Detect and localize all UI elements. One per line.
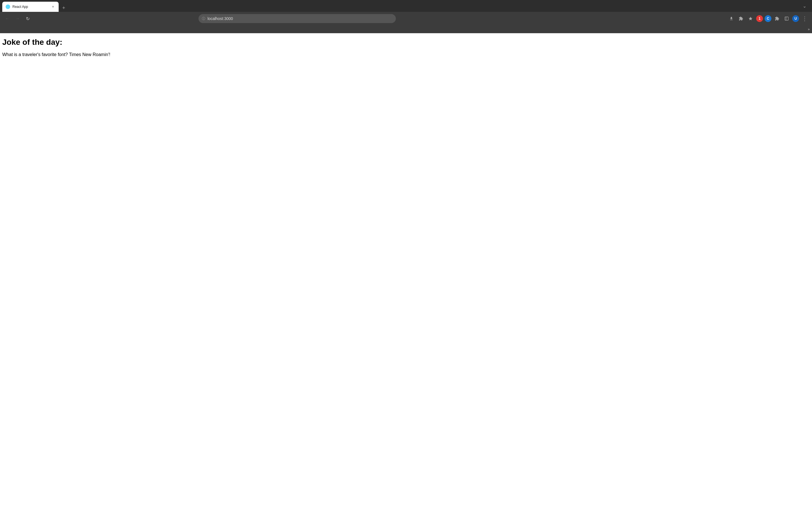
reload-button[interactable]: ↻ bbox=[24, 15, 32, 22]
puzzle-icon[interactable] bbox=[773, 15, 781, 22]
joke-heading: Joke of the day: bbox=[2, 38, 810, 47]
download-icon[interactable] bbox=[727, 15, 735, 22]
svg-rect-2 bbox=[785, 17, 788, 20]
menu-icon[interactable]: ⋮ bbox=[801, 15, 809, 22]
bookmarks-bar: » bbox=[0, 25, 812, 33]
new-tab-button[interactable]: + bbox=[60, 4, 68, 12]
star-icon[interactable] bbox=[747, 15, 755, 22]
svg-point-1 bbox=[8, 6, 8, 7]
lock-icon: ⓘ bbox=[202, 16, 205, 21]
back-button[interactable]: ← bbox=[3, 15, 11, 22]
sidebar-icon[interactable] bbox=[783, 15, 791, 22]
url-text: localhost:3000 bbox=[207, 16, 233, 21]
toolbar-right: 1 C U ⋮ bbox=[727, 15, 809, 22]
active-tab[interactable]: React App × bbox=[2, 2, 59, 12]
user-avatar[interactable]: U bbox=[792, 15, 799, 22]
address-bar[interactable]: ⓘ localhost:3000 bbox=[199, 14, 396, 23]
tab-close-button[interactable]: × bbox=[51, 4, 55, 9]
joke-text: What is a traveler's favorite font? Time… bbox=[2, 51, 810, 58]
chevron-down-icon[interactable]: ⌄ bbox=[802, 2, 808, 10]
tab-title: React App bbox=[12, 5, 49, 9]
toolbar: ← → ↻ ⓘ localhost:3000 1 C U bbox=[0, 12, 812, 25]
tab-favicon bbox=[6, 4, 10, 9]
title-bar: React App × + ⌄ bbox=[0, 0, 812, 12]
tabs-area: React App × + bbox=[2, 0, 802, 12]
title-bar-actions: ⌄ bbox=[802, 2, 810, 10]
bookmarks-more-button[interactable]: » bbox=[808, 27, 810, 31]
browser-window: React App × + ⌄ ← → ↻ ⓘ localhost:3000 bbox=[0, 0, 812, 507]
profile-badge[interactable]: C bbox=[765, 15, 771, 22]
extensions-icon[interactable] bbox=[737, 15, 745, 22]
notification-badge[interactable]: 1 bbox=[756, 15, 763, 22]
page-content: Joke of the day: What is a traveler's fa… bbox=[0, 33, 812, 507]
forward-button[interactable]: → bbox=[13, 15, 21, 22]
